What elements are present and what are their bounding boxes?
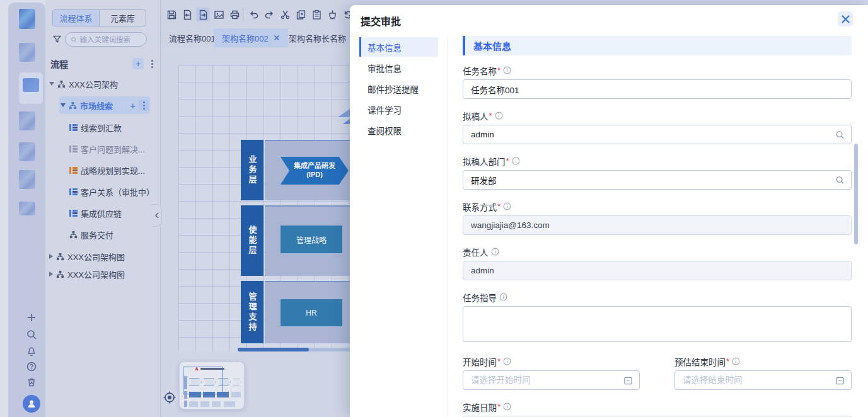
drafter-input[interactable] [463, 125, 852, 144]
copy-icon[interactable] [294, 8, 308, 21]
redo-icon[interactable] [262, 8, 276, 21]
nav-basic-info[interactable]: 基本信息 [359, 37, 438, 57]
start-time-input[interactable] [463, 370, 640, 390]
panel-tabs: 流程体系 元素库 [52, 9, 146, 26]
diagram-shape-strategy[interactable]: 管理战略 [281, 226, 342, 253]
org-node-icon [56, 253, 64, 261]
calendar-icon[interactable] [623, 375, 633, 385]
info-icon [732, 357, 740, 365]
tree-node-service-delivery[interactable]: 服务交付 [69, 226, 113, 243]
info-icon [495, 111, 503, 120]
tree-section-title: 流程 [50, 57, 132, 70]
help-icon[interactable] [26, 361, 37, 372]
chevron-right-icon[interactable] [49, 271, 53, 277]
save-icon[interactable] [165, 8, 178, 21]
app-logo [19, 9, 35, 29]
rail-nav-item[interactable] [19, 170, 35, 189]
org-node-icon [69, 231, 78, 239]
tree-table-icon-orange [69, 166, 78, 174]
kebab-icon[interactable] [148, 58, 156, 69]
drafter-dept-input[interactable] [463, 170, 852, 190]
crosshair-icon[interactable] [161, 389, 178, 406]
bell-icon[interactable] [26, 345, 37, 357]
field-end-time: 预估结束时间* [674, 357, 852, 390]
tree-node-issue-to-resolution[interactable]: 客户问题到解决... [69, 140, 145, 157]
field-start-time: 开始时间* [463, 357, 640, 390]
tree-node-customer-relation[interactable]: 客户关系（审批中） [69, 183, 154, 200]
chevron-right-icon[interactable] [49, 254, 53, 259]
org-node-icon [56, 270, 64, 278]
search-icon[interactable] [26, 329, 37, 340]
tree-node-market-leads[interactable]: 市场线索 + [59, 96, 150, 114]
process-tree-panel: 流程体系 元素库 流程 + XXX公司架构 市场线索 + 线索到汇款 客户问题到… [45, 0, 161, 417]
funnel-icon[interactable] [52, 35, 62, 44]
tree-search-input[interactable] [79, 36, 141, 43]
rail-nav-item[interactable] [19, 43, 35, 62]
submit-approval-drawer: 提交审批 基本信息 审批信息 邮件抄送提醒 课件学习 查阅权限 基本信息 任务名… [350, 5, 868, 417]
kebab-icon[interactable] [139, 100, 149, 111]
plus-icon[interactable] [26, 312, 37, 323]
panel-collapse-handle[interactable] [152, 204, 162, 227]
field-guidance: 任务指导 [463, 292, 852, 345]
layer-label-business[interactable]: 业务层 [241, 140, 263, 200]
guidance-textarea[interactable] [463, 306, 852, 342]
tree-node-supply-chain[interactable]: 集成供应链 [69, 204, 122, 222]
close-icon[interactable] [838, 11, 853, 26]
nav-email-cc[interactable]: 邮件抄送提醒 [359, 79, 438, 98]
close-tab-icon[interactable] [274, 35, 280, 41]
minimap-viewport[interactable] [183, 367, 223, 394]
org-node-icon [69, 101, 77, 110]
canvas-tab-active[interactable]: 架构名称002 [214, 28, 288, 47]
tree-node-leads-to-cash[interactable]: 线索到汇款 [69, 118, 122, 136]
drawer-form: 基本信息 任务名称* 拟稿人* 拟稿人部门* [463, 36, 852, 417]
tab-process-system[interactable]: 流程体系 [53, 10, 100, 26]
tree-table-icon-gray [69, 145, 78, 153]
undo-icon[interactable] [246, 8, 260, 21]
field-impl-date: 实施日期* [463, 402, 852, 417]
canvas-tab[interactable]: 架构名称长名称 [281, 28, 354, 47]
search-icon[interactable] [835, 175, 845, 185]
rail-nav-item[interactable] [19, 142, 35, 161]
nav-approval-info[interactable]: 审批信息 [359, 58, 438, 77]
search-icon [71, 36, 77, 43]
diagram-shape-hr[interactable]: HR [281, 299, 342, 326]
import-icon[interactable] [180, 8, 194, 21]
drawer-nav: 基本信息 审批信息 邮件抄送提醒 课件学习 查阅权限 [350, 37, 448, 141]
nav-view-permission[interactable]: 查阅权限 [359, 120, 438, 140]
chevron-down-icon[interactable] [61, 103, 66, 107]
task-name-input[interactable] [463, 79, 852, 99]
minimap[interactable] [179, 362, 245, 409]
export-icon[interactable] [196, 8, 210, 21]
scrollbar-thumb[interactable] [238, 348, 309, 351]
rail-nav-item[interactable] [19, 202, 35, 215]
layer-label-mgmt-support[interactable]: 管理支持 [241, 281, 263, 343]
plus-icon[interactable]: + [132, 58, 144, 69]
rail-nav-item[interactable] [19, 111, 35, 130]
tree-node-strategy-to-execution[interactable]: 战略规划到实现... [69, 161, 145, 179]
tree-node-company-arch-diagram[interactable]: XXX公司架构图 [49, 248, 125, 265]
image-export-icon[interactable] [212, 8, 226, 21]
scrollbar-thumb[interactable] [854, 144, 858, 244]
print-icon[interactable] [228, 8, 241, 21]
format-brush-icon[interactable] [325, 8, 339, 21]
tab-element-library[interactable]: 元素库 [100, 10, 146, 26]
info-icon [503, 66, 511, 74]
calendar-icon[interactable] [835, 375, 845, 385]
tree-node-company-arch[interactable]: XXX公司架构 [49, 75, 118, 93]
nav-courseware[interactable]: 课件学习 [359, 100, 438, 119]
paste-icon[interactable] [310, 8, 323, 21]
section-header: 基本信息 [463, 36, 852, 55]
chevron-left-icon [154, 212, 159, 219]
org-node-icon [57, 80, 66, 88]
diagram-shape-ipd[interactable]: 集成产品研发 (IPD) [281, 157, 349, 185]
tree-node-company-arch-diagram[interactable]: XXX公司架构图 [49, 265, 125, 283]
search-icon[interactable] [835, 130, 845, 139]
layer-label-enabling[interactable]: 使能层 [241, 205, 263, 276]
plus-icon[interactable]: + [130, 100, 136, 111]
chevron-down-icon[interactable] [49, 82, 54, 86]
user-avatar-icon[interactable] [23, 395, 40, 413]
trash-icon[interactable] [26, 377, 37, 388]
info-icon [512, 157, 520, 165]
end-time-input[interactable] [674, 370, 852, 390]
cut-icon[interactable] [278, 8, 292, 21]
